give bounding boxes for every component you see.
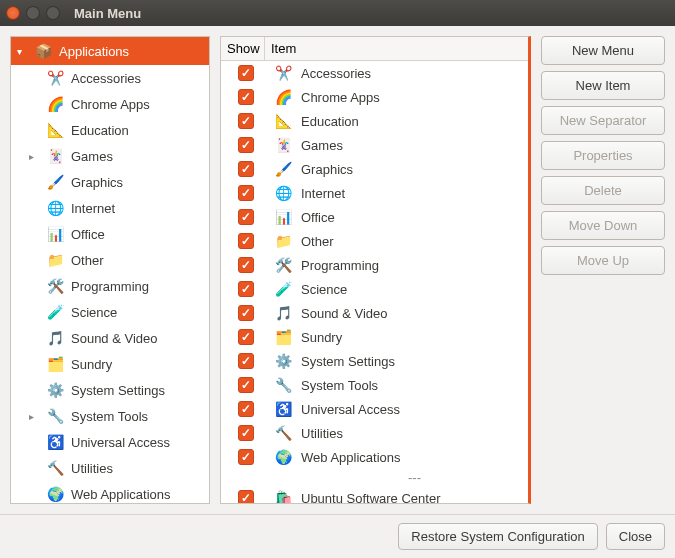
show-checkbox[interactable]: ✓ — [238, 490, 254, 503]
tree-item-label: System Tools — [71, 409, 148, 424]
close-icon[interactable] — [6, 6, 20, 20]
column-header-show[interactable]: Show — [221, 37, 265, 60]
new-menu-button[interactable]: New Menu — [541, 36, 665, 65]
tree-item[interactable]: ▸🌈Chrome Apps — [11, 91, 209, 117]
show-checkbox[interactable]: ✓ — [238, 425, 254, 441]
show-checkbox[interactable]: ✓ — [238, 305, 254, 321]
tree-item-label: Education — [71, 123, 129, 138]
item-row[interactable]: ✓🧪Science — [221, 277, 528, 301]
show-checkbox[interactable]: ✓ — [238, 161, 254, 177]
item-row[interactable]: ✓📁Other — [221, 229, 528, 253]
other-icon: 📁 — [45, 250, 65, 270]
chevron-down-icon[interactable]: ▾ — [17, 46, 27, 57]
tree-item[interactable]: ▸📁Other — [11, 247, 209, 273]
titlebar: Main Menu — [0, 0, 675, 26]
item-label: Internet — [301, 186, 522, 201]
tree-item[interactable]: ▸🛠️Programming — [11, 273, 209, 299]
web-apps-icon: 🌍 — [45, 484, 65, 504]
chevron-right-icon[interactable]: ▸ — [29, 151, 39, 162]
tree-item[interactable]: ▸🌍Web Applications — [11, 481, 209, 504]
tree-item[interactable]: ▸⚙️System Settings — [11, 377, 209, 403]
tree-item[interactable]: ▸📐Education — [11, 117, 209, 143]
item-label: Utilities — [301, 426, 522, 441]
tree-item[interactable]: ▸📊Office — [11, 221, 209, 247]
tree-item[interactable]: ▸✂️Accessories — [11, 65, 209, 91]
tree-item[interactable]: ▸🧪Science — [11, 299, 209, 325]
show-checkbox[interactable]: ✓ — [238, 137, 254, 153]
show-checkbox[interactable]: ✓ — [238, 233, 254, 249]
item-row[interactable]: ✓🌐Internet — [221, 181, 528, 205]
tree-root-applications[interactable]: ▾ 📦 Applications — [11, 37, 209, 65]
show-checkbox[interactable]: ✓ — [238, 449, 254, 465]
show-checkbox[interactable]: ✓ — [238, 65, 254, 81]
show-checkbox[interactable]: ✓ — [238, 209, 254, 225]
restore-button[interactable]: Restore System Configuration — [398, 523, 597, 550]
tree-item[interactable]: ▸♿Universal Access — [11, 429, 209, 455]
chevron-right-icon[interactable]: ▸ — [29, 411, 39, 422]
item-label: Education — [301, 114, 522, 129]
minimize-icon[interactable] — [26, 6, 40, 20]
items-list[interactable]: ✓✂️Accessories✓🌈Chrome Apps✓📐Education✓🃏… — [221, 61, 528, 503]
show-checkbox[interactable]: ✓ — [238, 113, 254, 129]
item-row[interactable]: ✓🗂️Sundry — [221, 325, 528, 349]
new-item-button[interactable]: New Item — [541, 71, 665, 100]
move-down-button[interactable]: Move Down — [541, 211, 665, 240]
item-row[interactable]: ✓🛠️Programming — [221, 253, 528, 277]
tree-item[interactable]: ▸🗂️Sundry — [11, 351, 209, 377]
tree-item[interactable]: ▸🔧System Tools — [11, 403, 209, 429]
item-row[interactable]: ✓🌍Web Applications — [221, 445, 528, 469]
show-checkbox[interactable]: ✓ — [238, 377, 254, 393]
tree-item-label: Sound & Video — [71, 331, 158, 346]
tree-item[interactable]: ▸🔨Utilities — [11, 455, 209, 481]
tree-item[interactable]: ▸🃏Games — [11, 143, 209, 169]
item-row[interactable]: ✓🌈Chrome Apps — [221, 85, 528, 109]
tree-item[interactable]: ▸🌐Internet — [11, 195, 209, 221]
properties-button[interactable]: Properties — [541, 141, 665, 170]
sundry-icon: 🗂️ — [45, 354, 65, 374]
item-row[interactable]: ✓📊Office — [221, 205, 528, 229]
science-icon: 🧪 — [273, 279, 293, 299]
item-row[interactable]: ✓♿Universal Access — [221, 397, 528, 421]
new-separator-button[interactable]: New Separator — [541, 106, 665, 135]
item-row[interactable]: ✓🖌️Graphics — [221, 157, 528, 181]
close-button[interactable]: Close — [606, 523, 665, 550]
side-buttons: New Menu New Item New Separator Properti… — [541, 36, 665, 504]
item-row[interactable]: ✓🎵Sound & Video — [221, 301, 528, 325]
office-icon: 📊 — [273, 207, 293, 227]
column-header-item[interactable]: Item — [265, 37, 528, 60]
system-settings-icon: ⚙️ — [45, 380, 65, 400]
maximize-icon[interactable] — [46, 6, 60, 20]
item-row[interactable]: ✓⚙️System Settings — [221, 349, 528, 373]
item-row[interactable]: ✓✂️Accessories — [221, 61, 528, 85]
item-label: Sundry — [301, 330, 522, 345]
move-up-button[interactable]: Move Up — [541, 246, 665, 275]
show-checkbox[interactable]: ✓ — [238, 401, 254, 417]
show-checkbox[interactable]: ✓ — [238, 257, 254, 273]
show-checkbox[interactable]: ✓ — [238, 329, 254, 345]
category-tree[interactable]: ▾ 📦 Applications ▸✂️Accessories▸🌈Chrome … — [10, 36, 210, 504]
item-row[interactable]: ✓🔧System Tools — [221, 373, 528, 397]
separator-row[interactable]: --- — [221, 469, 528, 486]
item-row[interactable]: ✓🔨Utilities — [221, 421, 528, 445]
item-label: System Tools — [301, 378, 522, 393]
show-checkbox[interactable]: ✓ — [238, 353, 254, 369]
tree-item-label: Accessories — [71, 71, 141, 86]
graphics-icon: 🖌️ — [273, 159, 293, 179]
tree-item-label: System Settings — [71, 383, 165, 398]
games-icon: 🃏 — [273, 135, 293, 155]
tree-item-label: Graphics — [71, 175, 123, 190]
tree-item-label: Chrome Apps — [71, 97, 150, 112]
item-row[interactable]: ✓🛍️Ubuntu Software Center — [221, 486, 528, 503]
show-checkbox[interactable]: ✓ — [238, 89, 254, 105]
apps-icon: 📦 — [33, 41, 53, 61]
item-row[interactable]: ✓📐Education — [221, 109, 528, 133]
show-checkbox[interactable]: ✓ — [238, 185, 254, 201]
tree-item[interactable]: ▸🎵Sound & Video — [11, 325, 209, 351]
chrome-icon: 🌈 — [273, 87, 293, 107]
delete-button[interactable]: Delete — [541, 176, 665, 205]
show-checkbox[interactable]: ✓ — [238, 281, 254, 297]
utilities-icon: 🔨 — [273, 423, 293, 443]
item-row[interactable]: ✓🃏Games — [221, 133, 528, 157]
content-area: ▾ 📦 Applications ▸✂️Accessories▸🌈Chrome … — [0, 26, 675, 514]
tree-item[interactable]: ▸🖌️Graphics — [11, 169, 209, 195]
